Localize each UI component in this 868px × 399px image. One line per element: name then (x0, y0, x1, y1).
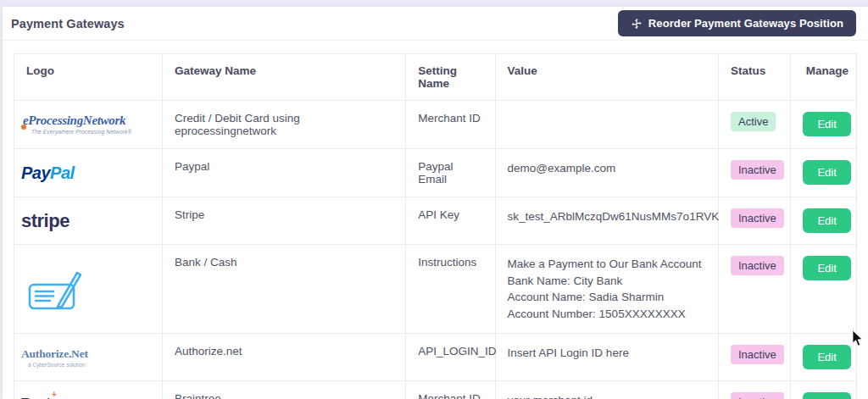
table-row: eProcessingNetworkThe Everywhere Process… (14, 101, 857, 149)
authorizenet-logo: Authorize.Neta CyberSource solution (21, 347, 155, 368)
gateway-name-cell: Stripe (162, 197, 405, 245)
header-manage: Manage (791, 54, 857, 101)
logo-cell: Authorize.Neta CyberSource solution (14, 334, 163, 381)
header-setting-name: Setting Name (406, 54, 495, 101)
gateway-table-body: eProcessingNetworkThe Everywhere Process… (14, 101, 857, 399)
status-badge: Inactive (731, 160, 784, 180)
header-logo: Logo (14, 54, 163, 101)
manage-cell: Edit (791, 334, 857, 381)
eprocessingnetwork-logo: eProcessingNetworkThe Everywhere Process… (21, 114, 132, 135)
gateway-table-container: Logo Gateway Name Setting Name Value Sta… (3, 41, 868, 399)
logo-cell: stripe (14, 197, 163, 245)
gateway-name-cell: Braintree (162, 381, 405, 399)
logo-cell (14, 245, 163, 334)
manage-cell: Edit (791, 101, 857, 149)
table-row: PayPalPaypalPaypal Emaildemo@example.com… (14, 149, 857, 197)
status-cell: Inactive (718, 334, 790, 381)
payment-gateways-panel: Payment Gateways Reorder Payment Gateway… (3, 7, 868, 399)
table-row: +BraintreeBraintreeMerchant IDyour merch… (14, 381, 857, 399)
reorder-button-label: Reorder Payment Gateways Position (648, 17, 843, 30)
logo-cell: eProcessingNetworkThe Everywhere Process… (14, 101, 163, 149)
edit-button[interactable]: Edit (803, 208, 850, 233)
header-gateway-name: Gateway Name (162, 54, 405, 101)
edit-button[interactable]: Edit (803, 392, 850, 399)
move-icon (631, 18, 643, 30)
table-row: Bank / CashInstructionsMake a Payment to… (14, 245, 857, 334)
setting-name-cell: Paypal Email (406, 149, 495, 197)
status-cell: Inactive (718, 197, 790, 245)
table-row: stripeStripeAPI Keysk_test_ARblMczqDw61N… (14, 197, 857, 245)
status-badge: Active (731, 112, 776, 131)
setting-name-cell: API Key (406, 197, 495, 245)
status-badge: Inactive (731, 392, 784, 399)
setting-name-cell: API_LOGIN_ID (406, 334, 495, 381)
setting-name-cell: Merchant ID (406, 381, 495, 399)
status-badge: Inactive (731, 256, 784, 275)
setting-value-cell: sk_test_ARblMczqDw61NusMMs7o1RVK (495, 197, 718, 245)
braintree-logo: +Braintree (21, 396, 155, 399)
manage-cell: Edit (791, 381, 857, 399)
edit-button[interactable]: Edit (803, 345, 850, 369)
setting-value-cell (495, 101, 718, 149)
gateway-name-cell: Bank / Cash (162, 245, 405, 334)
setting-value: demo@example.com (508, 160, 706, 177)
status-cell: Active (718, 101, 790, 149)
manage-cell: Edit (791, 149, 857, 197)
gateway-name-cell: Authorize.net (162, 334, 405, 381)
panel-header: Payment Gateways Reorder Payment Gateway… (3, 7, 868, 41)
reorder-gateways-button[interactable]: Reorder Payment Gateways Position (618, 10, 856, 36)
bank-check-icon (21, 267, 155, 311)
setting-value-cell: demo@example.com (495, 149, 718, 197)
status-cell: Inactive (718, 245, 790, 334)
setting-value-cell: Insert API Login ID here (495, 334, 718, 381)
paypal-logo: PayPal (21, 163, 155, 183)
setting-value-cell: Make a Payment to Our Bank Account Bank … (495, 245, 718, 334)
header-status: Status (718, 54, 790, 101)
logo-cell: PayPal (14, 149, 163, 197)
mouse-cursor (852, 330, 864, 351)
setting-value: sk_test_ARblMczqDw61NusMMs7o1RVK (508, 208, 706, 225)
edit-button[interactable]: Edit (803, 112, 850, 136)
setting-value: Insert API Login ID here (508, 345, 706, 362)
gateway-table: Logo Gateway Name Setting Name Value Sta… (14, 53, 857, 399)
status-cell: Inactive (718, 381, 790, 399)
setting-value-cell: your merchant id (495, 381, 718, 399)
setting-value: Make a Payment to Our Bank Account Bank … (508, 256, 706, 322)
setting-name-cell: Merchant ID (406, 101, 495, 149)
page-title: Payment Gateways (11, 17, 125, 30)
edit-button[interactable]: Edit (803, 160, 850, 185)
status-cell: Inactive (718, 149, 790, 197)
stripe-logo: stripe (21, 210, 155, 232)
status-badge: Inactive (731, 208, 784, 228)
table-header-row: Logo Gateway Name Setting Name Value Sta… (14, 54, 857, 101)
gateway-name-cell: Credit / Debit Card using eprocessingnet… (162, 101, 405, 149)
epn-orange-dot-icon (21, 125, 26, 130)
gateway-name-cell: Paypal (162, 149, 405, 197)
manage-cell: Edit (791, 197, 857, 245)
logo-cell: +Braintree (14, 381, 163, 399)
setting-name-cell: Instructions (406, 245, 495, 334)
header-value: Value (495, 54, 718, 101)
braintree-tree-icon: + (52, 390, 57, 399)
status-badge: Inactive (731, 345, 784, 364)
edit-button[interactable]: Edit (803, 256, 850, 280)
manage-cell: Edit (791, 245, 857, 334)
table-row: Authorize.Neta CyberSource solutionAutho… (14, 334, 857, 381)
setting-value: your merchant id (508, 392, 706, 399)
